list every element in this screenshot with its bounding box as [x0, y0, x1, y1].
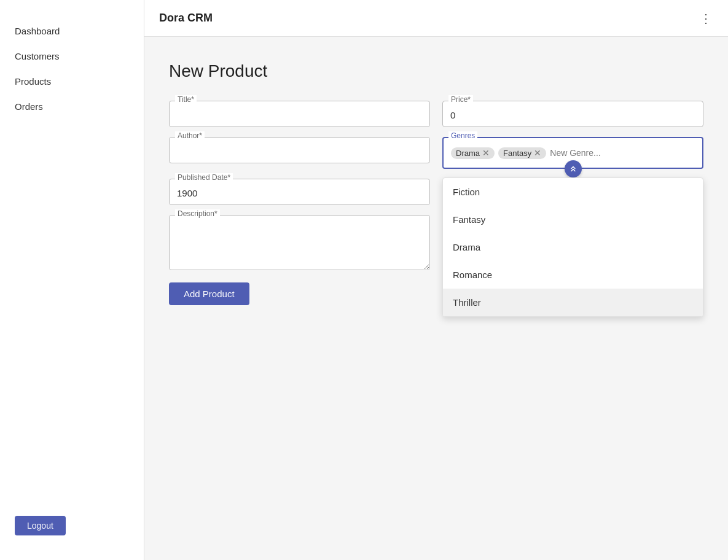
add-product-button[interactable]: Add Product: [169, 282, 249, 305]
form-row-author-genres: Author* Genres Drama ✕ Fantasy ✕: [169, 137, 703, 169]
genre-option-fantasy[interactable]: Fantasy: [443, 206, 703, 233]
form-row-title-price: Title* Price*: [169, 101, 703, 127]
app-title: Dora CRM: [159, 12, 213, 25]
topbar: Dora CRM ⋮: [144, 0, 728, 37]
genre-chip-fantasy-remove[interactable]: ✕: [534, 149, 541, 157]
dropdown-arrow-icon[interactable]: [565, 160, 582, 177]
price-field: Price*: [442, 101, 703, 127]
title-field: Title*: [169, 101, 430, 127]
description-field: Description*: [169, 215, 430, 273]
genre-chip-fantasy: Fantasy ✕: [498, 147, 546, 159]
published-date-input[interactable]: [169, 179, 430, 205]
genre-option-drama[interactable]: Drama: [443, 233, 703, 261]
price-input[interactable]: [442, 101, 703, 127]
author-input[interactable]: [169, 137, 430, 163]
sidebar-item-dashboard[interactable]: Dashboard: [0, 18, 144, 44]
main-area: Dora CRM ⋮ New Product Title* Price* Aut…: [144, 0, 728, 560]
genre-chip-drama: Drama ✕: [451, 147, 495, 159]
more-options-icon[interactable]: ⋮: [700, 11, 713, 26]
description-textarea[interactable]: [169, 215, 430, 270]
sidebar-nav: Dashboard Customers Products Orders: [0, 12, 144, 504]
author-field: Author*: [169, 137, 430, 163]
genres-label: Genres: [448, 131, 477, 140]
genre-option-romance[interactable]: Romance: [443, 261, 703, 289]
sidebar-footer: Logout: [0, 504, 144, 548]
genre-chip-fantasy-label: Fantasy: [503, 149, 531, 158]
genres-container: Genres Drama ✕ Fantasy ✕: [442, 137, 703, 169]
genre-chip-drama-remove[interactable]: ✕: [482, 149, 490, 157]
genre-chip-drama-label: Drama: [456, 149, 480, 158]
title-input[interactable]: [169, 101, 430, 127]
genre-search-input[interactable]: [550, 148, 695, 158]
logout-button[interactable]: Logout: [15, 516, 66, 535]
genre-dropdown: Fiction Fantasy Drama Romance Thriller: [442, 177, 703, 317]
published-date-field: Published Date*: [169, 179, 430, 205]
genre-option-thriller[interactable]: Thriller: [443, 289, 703, 316]
content-area: New Product Title* Price* Author* Genres: [144, 37, 728, 560]
sidebar-item-orders[interactable]: Orders: [0, 94, 144, 119]
sidebar-item-products[interactable]: Products: [0, 69, 144, 94]
sidebar: Dashboard Customers Products Orders Logo…: [0, 0, 144, 560]
genre-option-fiction[interactable]: Fiction: [443, 178, 703, 206]
sidebar-item-customers[interactable]: Customers: [0, 44, 144, 69]
page-title: New Product: [169, 61, 703, 81]
